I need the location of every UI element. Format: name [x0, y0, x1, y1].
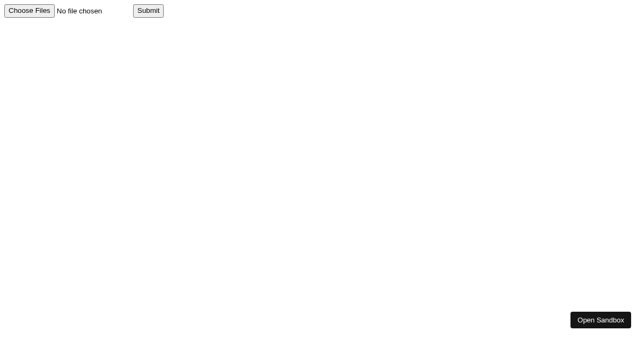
file-status-text: No file chosen [57, 7, 102, 15]
choose-files-button[interactable]: Choose Files [4, 4, 55, 18]
file-input-wrapper: Choose Files No file chosen [4, 4, 133, 18]
upload-form: Choose Files No file chosen Submit [4, 4, 640, 18]
open-sandbox-button[interactable]: Open Sandbox [570, 312, 631, 328]
submit-button[interactable]: Submit [133, 4, 164, 18]
